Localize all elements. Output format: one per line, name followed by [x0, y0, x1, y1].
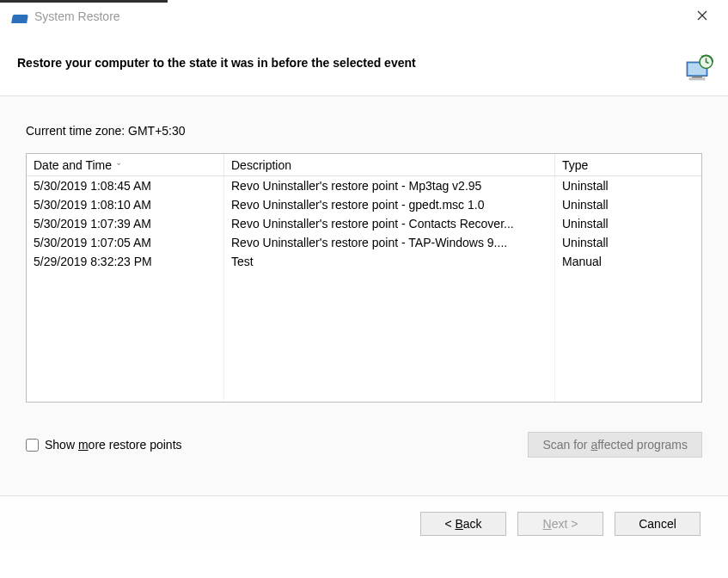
restore-monitor-icon	[684, 54, 715, 85]
empty-row	[27, 309, 701, 328]
cell-description: Revo Uninstaller's restore point - TAP-W…	[224, 233, 555, 252]
empty-row	[27, 347, 701, 366]
cell-date: 5/30/2019 1:08:45 AM	[27, 176, 224, 195]
close-icon[interactable]	[685, 9, 719, 23]
show-more-checkbox-wrap[interactable]: Show more restore points	[26, 438, 182, 452]
back-button[interactable]: < Back	[420, 512, 506, 536]
show-more-checkbox[interactable]	[26, 439, 39, 452]
cancel-button[interactable]: Cancel	[615, 512, 700, 536]
show-more-label: Show more restore points	[45, 438, 182, 452]
next-button[interactable]: Next >	[517, 512, 603, 536]
cell-description: Test	[224, 252, 555, 271]
table-header-row: Date and Time ⌄ Description Type	[27, 154, 701, 176]
titlebar: System Restore	[0, 3, 728, 30]
empty-row	[27, 366, 701, 384]
table-row[interactable]: 5/30/2019 1:08:45 AMRevo Uninstaller's r…	[27, 176, 701, 195]
body-panel: Current time zone: GMT+5:30 Date and Tim…	[0, 95, 728, 495]
window-title: System Restore	[34, 9, 120, 23]
page-title: Restore your computer to the state it wa…	[17, 56, 416, 70]
cell-date: 5/30/2019 1:07:05 AM	[27, 233, 224, 252]
table-body: 5/30/2019 1:08:45 AMRevo Uninstaller's r…	[27, 176, 701, 402]
cell-description: Revo Uninstaller's restore point - Conta…	[224, 214, 555, 233]
cell-type: Uninstall	[555, 214, 684, 233]
cell-description: Revo Uninstaller's restore point - Mp3ta…	[224, 176, 555, 195]
empty-row	[27, 384, 701, 402]
bottom-controls: Show more restore points Scan for affect…	[26, 432, 702, 458]
table-row[interactable]: 5/30/2019 1:08:10 AMRevo Uninstaller's r…	[27, 195, 701, 214]
column-header-description-label: Description	[231, 158, 291, 172]
chevron-down-icon: ⌄	[115, 157, 122, 167]
column-header-type-label: Type	[562, 158, 588, 172]
cell-type: Uninstall	[555, 233, 684, 252]
scan-affected-button[interactable]: Scan for affected programs	[528, 432, 702, 458]
timezone-label: Current time zone: GMT+5:30	[26, 124, 702, 138]
cell-date: 5/30/2019 1:08:10 AM	[27, 195, 224, 214]
cell-date: 5/30/2019 1:07:39 AM	[27, 214, 224, 233]
column-header-date-label: Date and Time	[34, 158, 112, 172]
cell-description: Revo Uninstaller's restore point - gpedt…	[224, 195, 555, 214]
empty-row	[27, 328, 701, 347]
column-header-date[interactable]: Date and Time ⌄	[27, 154, 224, 175]
cell-type: Uninstall	[555, 176, 684, 195]
footer: < Back Next > Cancel	[0, 495, 728, 550]
svg-rect-4	[692, 77, 702, 78]
table-row[interactable]: 5/30/2019 1:07:05 AMRevo Uninstaller's r…	[27, 233, 701, 252]
table-row[interactable]: 5/29/2019 8:32:23 PMTestManual	[27, 252, 701, 271]
empty-row	[27, 271, 701, 290]
svg-rect-5	[689, 78, 705, 80]
column-header-description[interactable]: Description	[224, 154, 555, 175]
empty-row	[27, 290, 701, 309]
cell-type: Manual	[555, 252, 684, 271]
cell-date: 5/29/2019 8:32:23 PM	[27, 252, 224, 271]
header: Restore your computer to the state it wa…	[0, 30, 728, 95]
system-restore-icon	[12, 9, 28, 23]
column-header-type[interactable]: Type	[555, 154, 684, 175]
restore-points-table: Date and Time ⌄ Description Type 5/30/20…	[26, 153, 702, 403]
table-row[interactable]: 5/30/2019 1:07:39 AMRevo Uninstaller's r…	[27, 214, 701, 233]
cell-type: Uninstall	[555, 195, 684, 214]
